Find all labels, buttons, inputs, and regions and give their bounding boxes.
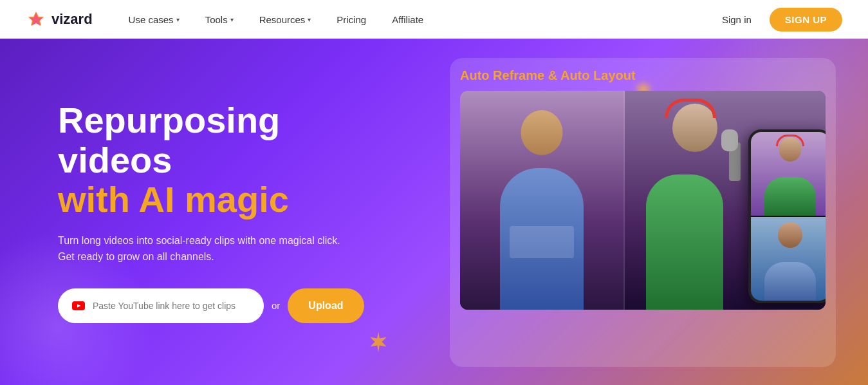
chevron-down-icon: ▾ [176,16,180,23]
phone-screen [751,132,826,301]
phone-top-clip [751,132,826,216]
nav-tools[interactable]: Tools ▾ [195,9,244,30]
nav-right: Sign in SIGN UP [714,8,842,32]
nav-affiliate[interactable]: Affiliate [382,9,434,30]
logo[interactable]: vizard [26,9,93,30]
person-left [460,91,625,310]
youtube-link-input[interactable] [93,301,251,311]
logo-text: vizard [51,11,93,28]
or-separator: or [272,300,280,311]
video-people [460,91,826,310]
nav-resources[interactable]: Resources ▾ [249,9,322,30]
chevron-down-icon: ▾ [230,16,234,23]
video-card-label: Auto Reframe & Auto Layout [460,68,826,83]
navbar: vizard Use cases ▾ Tools ▾ Resources ▾ P… [0,0,868,39]
hero-headline: Repurposing videos with AI magic [58,100,364,220]
vizard-logo-icon [26,9,46,30]
youtube-input-wrapper [58,288,264,323]
video-preview [460,91,826,310]
hero-section: Repurposing videos with AI magic Turn lo… [0,39,868,385]
phone-bottom-clip [751,217,826,301]
sign-up-button[interactable]: SIGN UP [770,8,842,32]
chevron-down-icon: ▾ [308,16,311,23]
video-feature-card: Auto Reframe & Auto Layout [450,58,836,367]
phone-mockup [748,129,826,303]
hero-subtext: Turn long videos into social-ready clips… [58,232,341,265]
nav-use-cases[interactable]: Use cases ▾ [118,9,190,30]
hero-headline-accent: with AI magic [58,180,364,220]
nav-links: Use cases ▾ Tools ▾ Resources ▾ Pricing … [118,9,714,30]
hero-left-content: Repurposing videos with AI magic Turn lo… [0,100,364,323]
nav-pricing[interactable]: Pricing [326,9,376,30]
hero-input-row: or Upload [58,288,364,323]
hero-right-content: Auto Reframe & Auto Layout [450,58,836,367]
sign-in-button[interactable]: Sign in [714,9,759,30]
upload-button[interactable]: Upload [288,288,364,323]
deco-star-bottom [367,330,390,359]
youtube-icon [71,298,86,314]
